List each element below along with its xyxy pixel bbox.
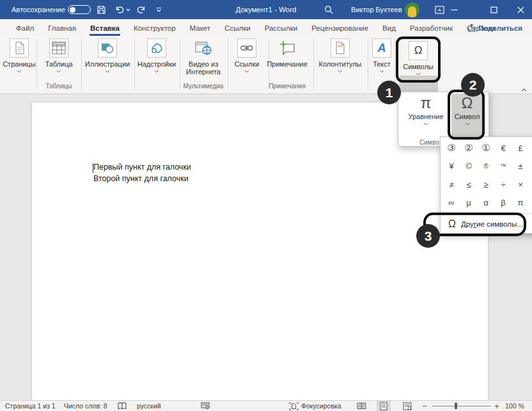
undo-dropdown-button[interactable] [124, 0, 132, 19]
symbols-group-label: Симво [419, 139, 439, 146]
symbol-button[interactable]: Ω Символ [451, 94, 483, 125]
online-video-icon [194, 38, 213, 58]
more-symbols-label: Другие символы... [461, 220, 523, 228]
tab-file[interactable]: Файл [9, 19, 41, 36]
symbol-cell[interactable]: £ [512, 139, 529, 157]
symbol-cell[interactable]: ∞ [443, 194, 460, 213]
addins-icon [147, 38, 166, 58]
save-button[interactable] [94, 0, 108, 19]
symbol-cell[interactable]: ② [460, 139, 477, 157]
links-button[interactable]: Ссылки [229, 38, 265, 73]
tab-view[interactable]: Вид [375, 19, 403, 36]
symbol-cell[interactable]: ® [478, 157, 494, 176]
pages-icon [10, 38, 29, 58]
focus-label: Фокусировка [301, 402, 341, 410]
toggle-knob-icon [70, 7, 75, 13]
illustrations-button[interactable]: Иллюстрации [84, 38, 131, 73]
text-icon: A [372, 38, 391, 58]
page-status[interactable]: Страница 1 из 1 [5, 401, 56, 411]
symbol-cell[interactable]: ÷ [495, 175, 512, 194]
tab-developer[interactable]: Разработчик [403, 19, 460, 36]
symbol-cell[interactable]: ≤ [460, 175, 477, 194]
symbol-grid: ③ ② ① € £ ¥ © ® ™ ± ≠ ≤ ≥ ÷ × ∞ µ α β π [443, 139, 529, 212]
table-button[interactable]: Таблица [41, 38, 77, 73]
text-button[interactable]: A Текст [370, 38, 394, 73]
tab-layout[interactable]: Макет [183, 19, 218, 36]
word-count-status[interactable]: Число слов: 8 [64, 401, 107, 411]
symbol-cell[interactable]: € [495, 139, 512, 157]
user-avatar[interactable] [405, 3, 419, 17]
collapse-ribbon-button[interactable] [521, 83, 527, 95]
symbol-cell[interactable]: ≥ [478, 175, 494, 194]
share-label: Поделиться [478, 24, 522, 32]
chevron-down-icon [56, 70, 61, 73]
close-button[interactable] [513, 0, 528, 19]
symbol-cell[interactable]: ™ [495, 157, 512, 176]
symbol-cell[interactable]: × [512, 175, 529, 194]
omega-icon: Ω [448, 218, 456, 230]
symbols-button[interactable]: Ω Символы [398, 41, 439, 76]
more-symbols-button[interactable]: Ω Другие символы... [442, 215, 532, 233]
read-mode-button[interactable] [354, 401, 368, 411]
symbol-cell[interactable]: β [495, 194, 512, 213]
zoom-in-button[interactable]: + [494, 401, 499, 411]
redo-button[interactable] [134, 0, 148, 19]
symbol-cell[interactable]: ① [478, 139, 494, 157]
zoom-level[interactable]: 100 % [505, 401, 524, 411]
group-divider [313, 38, 314, 90]
print-layout-button[interactable] [377, 401, 391, 411]
zoom-out-button[interactable]: − [422, 401, 427, 411]
symbol-cell[interactable]: ¥ [443, 157, 460, 176]
symbol-cell[interactable]: ≠ [443, 175, 460, 194]
symbol-cell[interactable]: α [478, 194, 494, 213]
ribbon: Страницы Таблица Иллюстрации Надстройки [0, 36, 532, 94]
zoom-slider-thumb[interactable] [455, 403, 457, 409]
document-page[interactable]: Первый пункт для галочки Второй пункт дл… [32, 102, 488, 400]
step-1-badge: 1 [377, 81, 401, 104]
focus-icon [289, 402, 299, 410]
pages-button[interactable]: Страницы [3, 38, 36, 73]
comment-button[interactable]: Примечание [264, 38, 310, 68]
chevron-down-icon [156, 8, 162, 12]
ribbon-display-options-button[interactable] [432, 0, 446, 19]
online-video-button[interactable]: Видео из Интернета [182, 38, 224, 76]
pi-icon: π [421, 94, 432, 112]
proofing-button[interactable] [118, 401, 127, 411]
tab-insert[interactable]: Вставка [83, 19, 127, 36]
symbol-cell[interactable]: © [460, 157, 477, 176]
search-button[interactable] [322, 0, 336, 19]
user-account[interactable]: Виктор Бухтеев [351, 0, 402, 19]
symbol-cell[interactable]: π [512, 194, 529, 213]
zoom-slider[interactable] [432, 406, 491, 407]
autosave-toggle[interactable] [68, 5, 91, 14]
quick-access-menu-button[interactable] [152, 0, 166, 19]
minimize-icon [451, 6, 458, 13]
equation-button[interactable]: π Уравнение [402, 94, 450, 125]
addins-button[interactable]: Надстройки [136, 38, 177, 73]
tab-references[interactable]: Ссылки [217, 19, 258, 36]
tab-review[interactable]: Рецензирование [304, 19, 375, 36]
word-window: Автосохранение Документ1 - Word Виктор Б… [0, 0, 532, 411]
group-divider [134, 38, 135, 90]
step-3-badge: 3 [416, 224, 440, 248]
share-button[interactable]: Поделиться [462, 21, 528, 35]
macro-record-icon [201, 402, 210, 410]
symbol-cell[interactable]: µ [460, 194, 477, 213]
symbol-cell[interactable]: ± [512, 157, 529, 176]
tab-design[interactable]: Конструктор [127, 19, 183, 36]
omega-icon: Ω [462, 94, 473, 112]
symbol-cell[interactable]: ③ [443, 139, 460, 157]
maximize-button[interactable] [487, 0, 501, 19]
minimize-button[interactable] [447, 0, 461, 19]
header-footer-button[interactable]: Колонтитулы [316, 38, 364, 73]
tab-home[interactable]: Главная [41, 19, 83, 36]
web-layout-button[interactable] [400, 401, 414, 411]
language-status[interactable]: русский [137, 401, 161, 411]
tab-mailings[interactable]: Рассылки [258, 19, 305, 36]
read-mode-icon [357, 402, 366, 410]
focus-mode-button[interactable]: Фокусировка [289, 401, 341, 411]
macro-record-button[interactable] [201, 401, 210, 411]
document-line-2: Второй пункт для галочки [93, 174, 189, 183]
save-icon [97, 5, 106, 15]
group-label-multimedia: Мультимедиа [182, 83, 225, 90]
